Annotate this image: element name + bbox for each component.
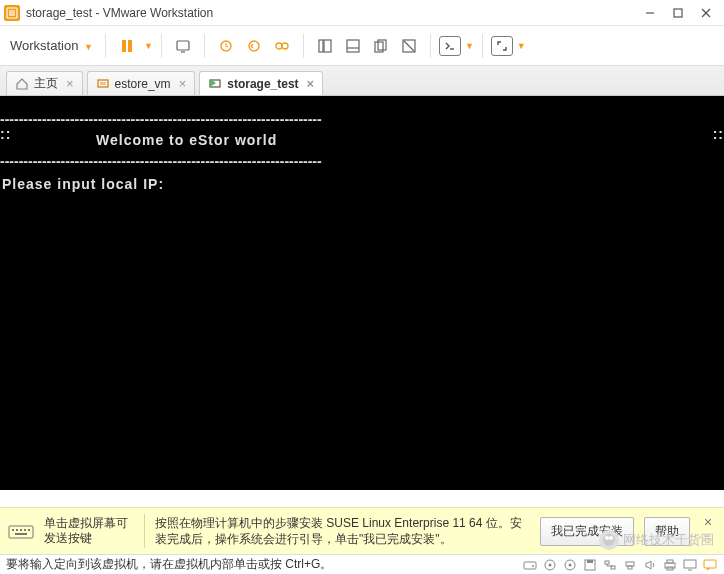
- svg-point-38: [569, 563, 572, 566]
- svg-rect-3: [674, 9, 682, 17]
- tab-bar: 主页 × estore_vm × storage_test ×: [0, 66, 724, 96]
- svg-rect-29: [20, 529, 22, 531]
- snapshot-take-button[interactable]: [213, 33, 239, 59]
- svg-rect-24: [100, 82, 106, 85]
- fullscreen-button[interactable]: [491, 36, 513, 56]
- vm-running-icon: [208, 77, 222, 91]
- svg-rect-40: [587, 560, 593, 563]
- window-title: storage_test - VMware Workstation: [26, 6, 213, 20]
- snapshot-manage-button[interactable]: [269, 33, 295, 59]
- svg-point-36: [549, 563, 552, 566]
- tab-estore-vm[interactable]: estore_vm ×: [87, 71, 196, 95]
- power-dropdown[interactable]: ▼: [144, 41, 153, 51]
- svg-point-52: [605, 536, 609, 540]
- watermark: 网络技术干货圈: [599, 530, 714, 550]
- status-printer-icon[interactable]: [662, 558, 678, 572]
- console-prompt: Please input local IP:: [0, 168, 724, 192]
- svg-rect-16: [347, 40, 359, 52]
- status-disk-icon[interactable]: [522, 558, 538, 572]
- status-sound-icon[interactable]: [642, 558, 658, 572]
- svg-point-34: [532, 565, 534, 567]
- svg-point-11: [249, 41, 259, 51]
- svg-line-21: [404, 41, 414, 51]
- tab-label: estore_vm: [115, 77, 171, 91]
- status-cd2-icon[interactable]: [562, 558, 578, 572]
- tab-close-icon[interactable]: ×: [307, 76, 315, 91]
- send-ctrl-alt-del-button[interactable]: [170, 33, 196, 59]
- svg-point-13: [282, 43, 288, 49]
- watermark-icon: [599, 530, 619, 550]
- minimize-button[interactable]: [636, 3, 664, 23]
- svg-rect-46: [667, 560, 673, 563]
- tab-home[interactable]: 主页 ×: [6, 71, 83, 95]
- tab-close-icon[interactable]: ×: [66, 76, 74, 91]
- svg-rect-44: [628, 566, 632, 569]
- infobar-hint-install: 按照在物理计算机中的步骤安装 SUSE Linux Enterprise 11 …: [155, 515, 530, 547]
- console-view-button[interactable]: [439, 36, 461, 56]
- svg-point-51: [603, 534, 615, 546]
- svg-rect-8: [177, 41, 189, 50]
- watermark-text: 网络技术干货圈: [623, 531, 714, 549]
- close-button[interactable]: [692, 3, 720, 23]
- console-border-bottom: ----------------------------------------…: [0, 154, 724, 168]
- svg-rect-1: [9, 10, 15, 16]
- vm-console[interactable]: ----------------------------------------…: [0, 96, 724, 490]
- svg-rect-7: [128, 40, 132, 52]
- status-message-icon[interactable]: [702, 558, 718, 572]
- console-border-top: ----------------------------------------…: [0, 112, 724, 126]
- svg-rect-41: [605, 561, 609, 564]
- console-dropdown[interactable]: ▼: [465, 41, 474, 51]
- status-usb-icon[interactable]: [622, 558, 638, 572]
- svg-rect-31: [28, 529, 30, 531]
- svg-rect-32: [15, 533, 27, 535]
- home-icon: [15, 77, 29, 91]
- svg-rect-6: [122, 40, 126, 52]
- status-text: 要将输入定向到该虚拟机，请在虚拟机内部单击或按 Ctrl+G。: [6, 556, 518, 573]
- svg-point-12: [276, 43, 282, 49]
- svg-rect-25: [210, 80, 220, 87]
- pause-button[interactable]: [114, 33, 140, 59]
- infobar-hint-keyboard: 单击虚拟屏幕可发送按键: [44, 516, 134, 546]
- console-border-right: ::: [710, 126, 724, 154]
- status-bar: 要将输入定向到该虚拟机，请在虚拟机内部单击或按 Ctrl+G。: [0, 554, 724, 574]
- workstation-menu[interactable]: Workstation ▼: [6, 34, 97, 57]
- svg-rect-26: [9, 526, 33, 538]
- tab-label: storage_test: [227, 77, 298, 91]
- keyboard-icon: [8, 520, 34, 542]
- infobar-close-icon[interactable]: ×: [700, 514, 716, 530]
- svg-rect-50: [704, 560, 716, 568]
- console-border-left: ::: [0, 126, 8, 154]
- svg-rect-27: [12, 529, 14, 531]
- maximize-button[interactable]: [664, 3, 692, 23]
- layout-split-button[interactable]: [340, 33, 366, 59]
- svg-rect-28: [16, 529, 18, 531]
- svg-rect-15: [324, 40, 331, 52]
- svg-rect-30: [24, 529, 26, 531]
- tab-label: 主页: [34, 75, 58, 92]
- status-network-icon[interactable]: [602, 558, 618, 572]
- status-floppy-icon[interactable]: [582, 558, 598, 572]
- tab-storage-test[interactable]: storage_test ×: [199, 71, 323, 95]
- vm-icon: [96, 77, 110, 91]
- layout-single-button[interactable]: [312, 33, 338, 59]
- status-cd-icon[interactable]: [542, 558, 558, 572]
- snapshot-revert-button[interactable]: [241, 33, 267, 59]
- layout-unity-button[interactable]: [396, 33, 422, 59]
- fullscreen-dropdown[interactable]: ▼: [517, 41, 526, 51]
- svg-rect-48: [684, 560, 696, 568]
- svg-rect-33: [524, 562, 536, 569]
- svg-rect-43: [626, 562, 634, 566]
- svg-point-53: [609, 536, 613, 540]
- layout-tabs-button[interactable]: [368, 33, 394, 59]
- console-welcome: Welcome to eStor world: [8, 126, 710, 154]
- toolbar: Workstation ▼ ▼ ▼ ▼: [0, 26, 724, 66]
- svg-rect-14: [319, 40, 323, 52]
- tab-close-icon[interactable]: ×: [179, 76, 187, 91]
- status-display-icon[interactable]: [682, 558, 698, 572]
- app-icon: [4, 5, 20, 21]
